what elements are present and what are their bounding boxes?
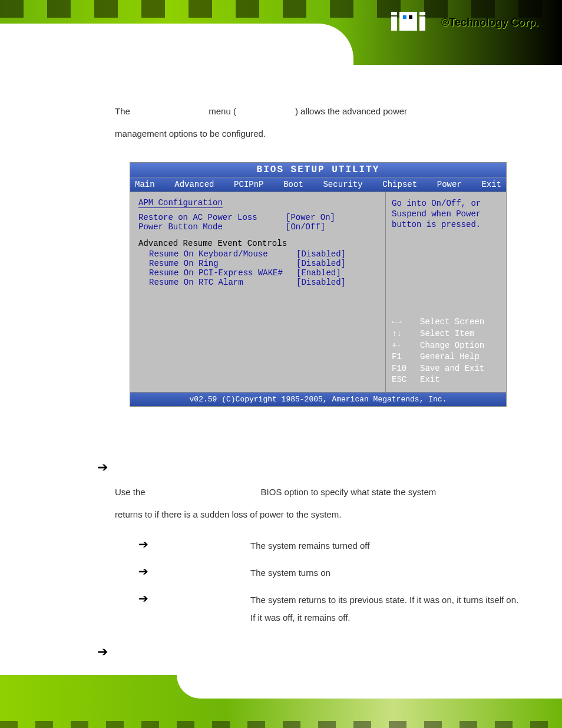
svg-rect-6 bbox=[419, 12, 425, 15]
bios-row-value: [Disabled] bbox=[296, 278, 346, 287]
option-description: The system turns on bbox=[138, 564, 521, 582]
bios-row-label: Restore on AC Power Loss bbox=[138, 213, 286, 222]
bios-screenshot: BIOS SETUP UTILITY Main Advanced PCIPnP … bbox=[130, 162, 507, 407]
bios-left-panel: APM Configuration Restore on AC Power Lo… bbox=[130, 192, 385, 392]
bios-row-label: Resume On RTC Alarm bbox=[149, 278, 296, 287]
svg-rect-5 bbox=[419, 17, 425, 31]
bios-tab: Boot bbox=[283, 180, 303, 189]
list-item: ➔ The system remains turned off bbox=[115, 537, 521, 555]
bios-row-label: Power Button Mode bbox=[138, 222, 286, 232]
key-row: ESCExit bbox=[392, 374, 500, 386]
bios-row-value: [On/Off] bbox=[286, 222, 325, 232]
option-list: ➔ The system remains turned off ➔ The sy… bbox=[115, 537, 521, 627]
bios-footer: v02.59 (C)Copyright 1985-2005, American … bbox=[130, 393, 507, 407]
bios-row: Power Button Mode [On/Off] bbox=[138, 222, 377, 232]
intro-text: The bbox=[115, 106, 130, 116]
bios-tab: Power bbox=[437, 180, 462, 189]
bios-tab-bar: Main Advanced PCIPnP Boot Security Chips… bbox=[130, 177, 507, 192]
svg-rect-1 bbox=[391, 12, 397, 15]
option-paragraph: Use the BIOS option to specify what stat… bbox=[115, 481, 521, 525]
bios-row: Restore on AC Power Loss [Power On] bbox=[138, 213, 377, 222]
bios-row-label: Resume On Ring bbox=[149, 259, 296, 268]
bios-tab: PCIPnP bbox=[234, 180, 263, 189]
page-content: The menu ( ) allows the advanced power m… bbox=[115, 100, 521, 660]
key-row: ↑↓Select Item bbox=[392, 328, 500, 340]
brand-logo-icon bbox=[391, 12, 427, 38]
bios-tab: Advanced bbox=[174, 180, 214, 189]
bios-tab: Security bbox=[323, 180, 362, 189]
footer-banner bbox=[0, 675, 562, 728]
bios-row: Resume On Ring [Disabled] bbox=[138, 259, 377, 268]
bios-row-value: [Power On] bbox=[286, 213, 335, 222]
bios-row-value: [Disabled] bbox=[296, 249, 346, 259]
svg-rect-0 bbox=[391, 17, 397, 31]
arrow-icon: ➔ bbox=[115, 564, 138, 578]
svg-rect-3 bbox=[403, 15, 406, 19]
arrow-icon: ➔ bbox=[115, 537, 138, 551]
key-row: ←→Select Screen bbox=[392, 317, 500, 328]
bios-row: Resume On RTC Alarm [Disabled] bbox=[138, 278, 377, 287]
key-row: F10Save and Exit bbox=[392, 363, 500, 375]
bios-row-label: Resume On PCI-Express WAKE# bbox=[149, 268, 296, 278]
bios-tab: Exit bbox=[481, 180, 501, 189]
intro-paragraph: The menu ( ) allows the advanced power m… bbox=[115, 100, 521, 144]
bios-title: BIOS SETUP UTILITY bbox=[130, 162, 507, 177]
bios-row-value: [Enabled] bbox=[296, 268, 341, 278]
bios-tab: Chipset bbox=[382, 180, 417, 189]
bios-row-value: [Disabled] bbox=[296, 259, 346, 268]
svg-rect-2 bbox=[399, 12, 417, 31]
bios-row: Resume On PCI-Express WAKE# [Enabled] bbox=[138, 268, 377, 278]
option-description: The system returns to its previous state… bbox=[138, 591, 521, 627]
arrow-icon: ➔ bbox=[97, 460, 521, 475]
list-item: ➔ The system returns to its previous sta… bbox=[115, 591, 521, 627]
arrow-icon: ➔ bbox=[97, 644, 521, 660]
intro-text: ) allows the advanced power bbox=[295, 106, 407, 116]
arrow-icon: ➔ bbox=[115, 591, 138, 605]
text: Use the bbox=[115, 487, 146, 497]
bios-help-text: Go into On/Off, or Suspend when Power bu… bbox=[392, 198, 500, 230]
key-row: F1General Help bbox=[392, 351, 500, 363]
intro-text: management options to be configured. bbox=[115, 129, 266, 139]
brand-text: ®Technology Corp. bbox=[441, 17, 538, 29]
text: returns to if there is a sudden loss of … bbox=[115, 509, 341, 519]
bios-key-legend: ←→Select Screen ↑↓Select Item +-Change O… bbox=[392, 317, 500, 386]
svg-rect-4 bbox=[409, 15, 412, 19]
text: BIOS option to specify what state the sy… bbox=[261, 487, 437, 497]
bios-row: Resume On Keyboard/Mouse [Disabled] bbox=[138, 249, 377, 259]
bios-tab: Main bbox=[135, 180, 155, 189]
option-description: The system remains turned off bbox=[138, 537, 521, 555]
list-item: ➔ The system turns on bbox=[115, 564, 521, 582]
key-row: +-Change Option bbox=[392, 340, 500, 352]
header-banner: ®Technology Corp. bbox=[0, 0, 562, 65]
bios-section-title: APM Configuration bbox=[138, 198, 223, 208]
bios-subheading: Advanced Resume Event Controls bbox=[138, 239, 377, 248]
option-section: ➔ Use the BIOS option to specify what st… bbox=[115, 460, 521, 660]
intro-text: menu ( bbox=[209, 106, 236, 116]
bios-right-panel: Go into On/Off, or Suspend when Power bu… bbox=[385, 192, 506, 392]
bios-row-label: Resume On Keyboard/Mouse bbox=[149, 249, 296, 259]
bios-body: APM Configuration Restore on AC Power Lo… bbox=[130, 192, 507, 393]
registered-mark: ® bbox=[441, 17, 449, 28]
